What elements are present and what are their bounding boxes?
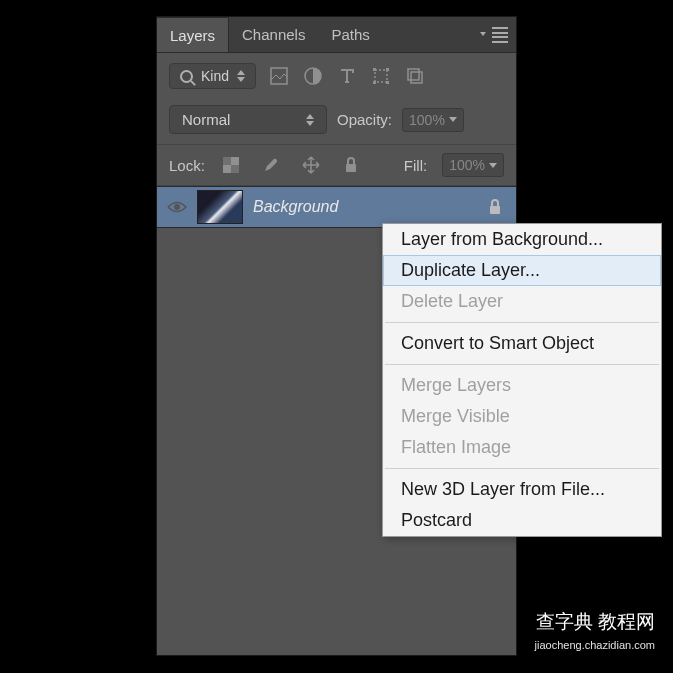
tab-channels[interactable]: Channels xyxy=(229,17,318,52)
tab-layers[interactable]: Layers xyxy=(157,17,229,52)
lock-all-icon[interactable] xyxy=(340,154,362,176)
opacity-label: Opacity: xyxy=(337,111,392,128)
chevron-down-icon xyxy=(449,117,457,122)
filter-type-dropdown[interactable]: Kind xyxy=(169,63,256,89)
svg-rect-7 xyxy=(408,69,419,80)
filter-row: Kind xyxy=(157,53,516,99)
chevron-down-icon xyxy=(489,163,497,168)
menu-separator xyxy=(385,322,659,323)
filter-label: Kind xyxy=(201,68,229,84)
filter-type-icon[interactable] xyxy=(336,65,358,87)
menu-separator xyxy=(385,468,659,469)
fill-label: Fill: xyxy=(404,157,427,174)
filter-adjustment-icon[interactable] xyxy=(302,65,324,87)
updown-icon xyxy=(306,114,314,126)
lock-icon xyxy=(488,199,502,215)
filter-shape-icon[interactable] xyxy=(370,65,392,87)
layer-thumbnail[interactable] xyxy=(197,190,243,224)
fill-value[interactable]: 100% xyxy=(442,153,504,177)
blend-mode-value: Normal xyxy=(182,111,230,128)
svg-rect-4 xyxy=(386,68,389,71)
lock-image-icon[interactable] xyxy=(260,154,282,176)
lock-transparent-icon[interactable] xyxy=(220,154,242,176)
svg-rect-14 xyxy=(490,206,500,214)
lock-icons xyxy=(220,154,362,176)
svg-rect-11 xyxy=(231,165,239,173)
watermark-url: jiaocheng.chazidian.com xyxy=(535,639,655,651)
search-icon xyxy=(180,70,193,83)
watermark: 查字典 教程网 xyxy=(536,609,655,635)
lock-label: Lock: xyxy=(169,157,205,174)
visibility-toggle[interactable] xyxy=(157,200,197,214)
menu-item-layer-from-background[interactable]: Layer from Background... xyxy=(383,224,661,255)
menu-item-delete-layer: Delete Layer xyxy=(383,286,661,317)
panel-flyout-menu[interactable] xyxy=(488,27,508,43)
layer-context-menu: Layer from Background...Duplicate Layer.… xyxy=(382,223,662,537)
menu-separator xyxy=(385,364,659,365)
svg-point-13 xyxy=(174,204,180,210)
blend-mode-dropdown[interactable]: Normal xyxy=(169,105,327,134)
layer-name-label: Background xyxy=(253,198,488,216)
svg-rect-6 xyxy=(386,81,389,84)
lock-row: Lock: Fill: 100% xyxy=(157,144,516,186)
menu-item-convert-to-smart-object[interactable]: Convert to Smart Object xyxy=(383,328,661,359)
layer-background[interactable]: Background xyxy=(157,186,516,228)
filter-pixel-icon[interactable] xyxy=(268,65,290,87)
menu-item-merge-visible: Merge Visible xyxy=(383,401,661,432)
tab-paths[interactable]: Paths xyxy=(318,17,382,52)
opacity-value[interactable]: 100% xyxy=(402,108,464,132)
filter-smartobject-icon[interactable] xyxy=(404,65,426,87)
menu-item-duplicate-layer[interactable]: Duplicate Layer... xyxy=(383,255,661,286)
lock-position-icon[interactable] xyxy=(300,154,322,176)
menu-item-merge-layers: Merge Layers xyxy=(383,370,661,401)
updown-icon xyxy=(237,70,245,82)
menu-item-flatten-image: Flatten Image xyxy=(383,432,661,463)
svg-rect-8 xyxy=(411,72,422,83)
svg-rect-2 xyxy=(375,70,387,82)
panel-tabs: Layers Channels Paths xyxy=(157,17,516,53)
svg-rect-5 xyxy=(373,81,376,84)
menu-item-postcard[interactable]: Postcard xyxy=(383,505,661,536)
svg-rect-10 xyxy=(223,157,231,165)
menu-item-new-3d-layer-from-file[interactable]: New 3D Layer from File... xyxy=(383,474,661,505)
svg-rect-3 xyxy=(373,68,376,71)
svg-rect-0 xyxy=(271,68,287,84)
svg-rect-12 xyxy=(346,164,356,172)
blend-row: Normal Opacity: 100% xyxy=(157,99,516,144)
